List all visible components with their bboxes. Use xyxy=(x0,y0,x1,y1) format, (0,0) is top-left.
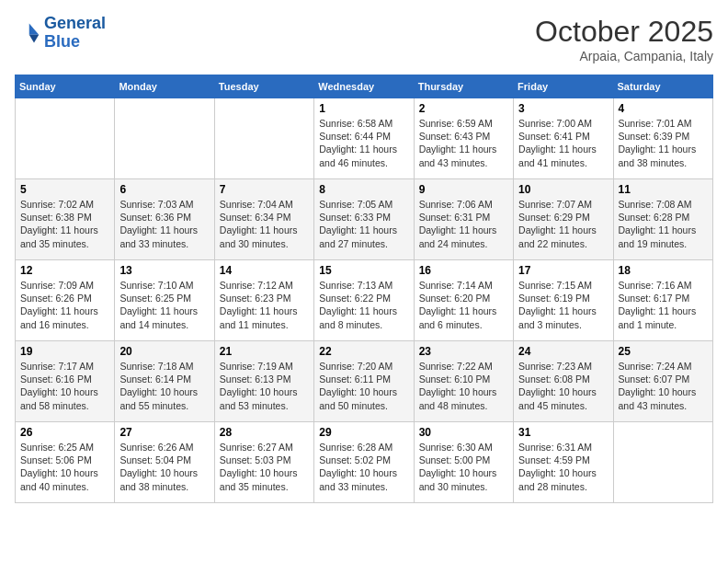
day-info: Sunrise: 7:08 AMSunset: 6:28 PMDaylight:… xyxy=(619,198,708,250)
day-number: 21 xyxy=(220,345,309,358)
weekday-header-row: SundayMondayTuesdayWednesdayThursdayFrid… xyxy=(16,75,713,98)
day-number: 13 xyxy=(119,264,209,277)
weekday-header-tuesday: Tuesday xyxy=(214,75,313,98)
calendar-cell: 12Sunrise: 7:09 AMSunset: 6:26 PMDayligh… xyxy=(16,260,115,341)
day-info: Sunrise: 7:22 AMSunset: 6:10 PMDaylight:… xyxy=(419,360,508,412)
week-row-5: 26Sunrise: 6:25 AMSunset: 5:06 PMDayligh… xyxy=(16,422,713,503)
day-info: Sunrise: 6:25 AMSunset: 5:06 PMDaylight:… xyxy=(20,441,109,493)
day-number: 2 xyxy=(419,102,508,115)
day-info: Sunrise: 7:12 AMSunset: 6:23 PMDaylight:… xyxy=(220,279,309,331)
week-row-2: 5Sunrise: 7:02 AMSunset: 6:38 PMDaylight… xyxy=(16,179,713,260)
calendar-cell: 31Sunrise: 6:31 AMSunset: 4:59 PMDayligh… xyxy=(514,422,613,503)
day-number: 4 xyxy=(619,102,708,115)
day-info: Sunrise: 6:30 AMSunset: 5:00 PMDaylight:… xyxy=(419,441,508,493)
calendar-cell: 3Sunrise: 7:00 AMSunset: 6:41 PMDaylight… xyxy=(514,98,613,179)
day-number: 6 xyxy=(119,183,209,196)
day-number: 11 xyxy=(619,183,708,196)
logo-text: General Blue xyxy=(44,15,106,52)
day-number: 22 xyxy=(319,345,408,358)
calendar-cell: 23Sunrise: 7:22 AMSunset: 6:10 PMDayligh… xyxy=(414,341,513,422)
day-info: Sunrise: 7:02 AMSunset: 6:38 PMDaylight:… xyxy=(20,198,109,250)
month-title: October 2025 xyxy=(535,15,713,49)
weekday-header-saturday: Saturday xyxy=(613,75,712,98)
day-info: Sunrise: 7:19 AMSunset: 6:13 PMDaylight:… xyxy=(220,360,309,412)
calendar-cell: 29Sunrise: 6:28 AMSunset: 5:02 PMDayligh… xyxy=(314,422,414,503)
day-number: 9 xyxy=(419,183,508,196)
calendar-cell: 28Sunrise: 6:27 AMSunset: 5:03 PMDayligh… xyxy=(214,422,313,503)
calendar-cell: 18Sunrise: 7:16 AMSunset: 6:17 PMDayligh… xyxy=(613,260,712,341)
day-info: Sunrise: 7:18 AMSunset: 6:14 PMDaylight:… xyxy=(119,360,209,412)
calendar-cell xyxy=(613,422,712,503)
weekday-header-wednesday: Wednesday xyxy=(314,75,414,98)
day-number: 26 xyxy=(20,426,109,439)
day-info: Sunrise: 7:14 AMSunset: 6:20 PMDaylight:… xyxy=(419,279,508,331)
day-number: 3 xyxy=(518,102,608,115)
calendar-cell: 14Sunrise: 7:12 AMSunset: 6:23 PMDayligh… xyxy=(214,260,313,341)
page-header: General Blue October 2025 Arpaia, Campan… xyxy=(15,15,713,63)
day-number: 8 xyxy=(319,183,408,196)
day-number: 23 xyxy=(419,345,508,358)
calendar-cell: 20Sunrise: 7:18 AMSunset: 6:14 PMDayligh… xyxy=(115,341,214,422)
weekday-header-sunday: Sunday xyxy=(16,75,115,98)
day-number: 7 xyxy=(220,183,309,196)
day-number: 12 xyxy=(20,264,109,277)
day-info: Sunrise: 6:27 AMSunset: 5:03 PMDaylight:… xyxy=(220,441,309,493)
week-row-1: 1Sunrise: 6:58 AMSunset: 6:44 PMDaylight… xyxy=(16,98,713,179)
day-info: Sunrise: 7:23 AMSunset: 6:08 PMDaylight:… xyxy=(518,360,608,412)
day-number: 5 xyxy=(20,183,109,196)
calendar-cell xyxy=(214,98,313,179)
logo-line1: General xyxy=(44,14,106,32)
day-info: Sunrise: 7:05 AMSunset: 6:33 PMDaylight:… xyxy=(319,198,408,250)
calendar-cell: 4Sunrise: 7:01 AMSunset: 6:39 PMDaylight… xyxy=(613,98,712,179)
calendar-cell: 1Sunrise: 6:58 AMSunset: 6:44 PMDaylight… xyxy=(314,98,414,179)
day-info: Sunrise: 7:20 AMSunset: 6:11 PMDaylight:… xyxy=(319,360,408,412)
day-info: Sunrise: 7:00 AMSunset: 6:41 PMDaylight:… xyxy=(518,117,608,169)
calendar-cell: 25Sunrise: 7:24 AMSunset: 6:07 PMDayligh… xyxy=(613,341,712,422)
day-info: Sunrise: 6:28 AMSunset: 5:02 PMDaylight:… xyxy=(319,441,408,493)
calendar-cell: 5Sunrise: 7:02 AMSunset: 6:38 PMDaylight… xyxy=(16,179,115,260)
calendar-cell: 6Sunrise: 7:03 AMSunset: 6:36 PMDaylight… xyxy=(115,179,214,260)
day-info: Sunrise: 7:10 AMSunset: 6:25 PMDaylight:… xyxy=(119,279,209,331)
day-info: Sunrise: 6:59 AMSunset: 6:43 PMDaylight:… xyxy=(419,117,508,169)
calendar-cell: 7Sunrise: 7:04 AMSunset: 6:34 PMDaylight… xyxy=(214,179,313,260)
logo-icon xyxy=(15,20,40,46)
day-number: 1 xyxy=(319,102,408,115)
day-number: 27 xyxy=(119,426,209,439)
calendar-cell xyxy=(16,98,115,179)
weekday-header-friday: Friday xyxy=(514,75,613,98)
svg-marker-0 xyxy=(29,23,40,34)
calendar-cell: 17Sunrise: 7:15 AMSunset: 6:19 PMDayligh… xyxy=(514,260,613,341)
calendar-cell: 30Sunrise: 6:30 AMSunset: 5:00 PMDayligh… xyxy=(414,422,513,503)
calendar-cell: 24Sunrise: 7:23 AMSunset: 6:08 PMDayligh… xyxy=(514,341,613,422)
day-number: 16 xyxy=(419,264,508,277)
day-info: Sunrise: 7:15 AMSunset: 6:19 PMDaylight:… xyxy=(518,279,608,331)
calendar-cell: 21Sunrise: 7:19 AMSunset: 6:13 PMDayligh… xyxy=(214,341,313,422)
day-info: Sunrise: 7:17 AMSunset: 6:16 PMDaylight:… xyxy=(20,360,109,412)
svg-marker-1 xyxy=(29,35,40,43)
calendar-cell: 19Sunrise: 7:17 AMSunset: 6:16 PMDayligh… xyxy=(16,341,115,422)
day-number: 31 xyxy=(518,426,608,439)
day-info: Sunrise: 7:03 AMSunset: 6:36 PMDaylight:… xyxy=(119,198,209,250)
day-number: 17 xyxy=(518,264,608,277)
day-info: Sunrise: 6:31 AMSunset: 4:59 PMDaylight:… xyxy=(518,441,608,493)
calendar-cell: 26Sunrise: 6:25 AMSunset: 5:06 PMDayligh… xyxy=(16,422,115,503)
day-info: Sunrise: 7:01 AMSunset: 6:39 PMDaylight:… xyxy=(619,117,708,169)
day-number: 25 xyxy=(619,345,708,358)
calendar-cell: 9Sunrise: 7:06 AMSunset: 6:31 PMDaylight… xyxy=(414,179,513,260)
location-subtitle: Arpaia, Campania, Italy xyxy=(535,49,713,63)
logo: General Blue xyxy=(15,15,106,52)
day-info: Sunrise: 6:58 AMSunset: 6:44 PMDaylight:… xyxy=(319,117,408,169)
day-number: 14 xyxy=(220,264,309,277)
calendar-table: SundayMondayTuesdayWednesdayThursdayFrid… xyxy=(15,75,713,503)
week-row-4: 19Sunrise: 7:17 AMSunset: 6:16 PMDayligh… xyxy=(16,341,713,422)
calendar-cell: 8Sunrise: 7:05 AMSunset: 6:33 PMDaylight… xyxy=(314,179,414,260)
day-number: 30 xyxy=(419,426,508,439)
calendar-cell: 2Sunrise: 6:59 AMSunset: 6:43 PMDaylight… xyxy=(414,98,513,179)
day-info: Sunrise: 7:16 AMSunset: 6:17 PMDaylight:… xyxy=(619,279,708,331)
day-info: Sunrise: 7:09 AMSunset: 6:26 PMDaylight:… xyxy=(20,279,109,331)
day-info: Sunrise: 7:13 AMSunset: 6:22 PMDaylight:… xyxy=(319,279,408,331)
day-info: Sunrise: 7:07 AMSunset: 6:29 PMDaylight:… xyxy=(518,198,608,250)
day-info: Sunrise: 6:26 AMSunset: 5:04 PMDaylight:… xyxy=(119,441,209,493)
calendar-cell: 11Sunrise: 7:08 AMSunset: 6:28 PMDayligh… xyxy=(613,179,712,260)
weekday-header-thursday: Thursday xyxy=(414,75,513,98)
